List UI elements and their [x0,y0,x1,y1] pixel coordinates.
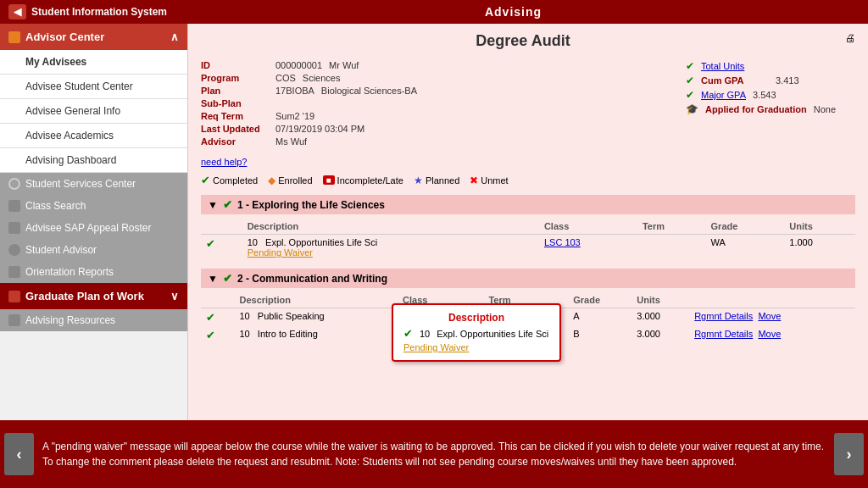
orientation-reports-icon [8,266,20,278]
incomplete-icon: ■ [323,175,335,185]
row-grade: WA [706,235,785,261]
legend-enrolled-label: Enrolled [278,175,312,186]
nav-prev-button[interactable]: ‹ [4,433,34,475]
s2-col-header-grade: Grade [568,292,632,308]
plan-name: Biological Sciences-BA [321,86,417,96]
section-2-title: 2 - Communication and Writing [237,273,387,285]
info-row-lastupdated: Last Updated 07/19/2019 03:04 PM [201,124,669,134]
legend-completed-label: Completed [213,175,258,186]
col-header-description [201,219,242,235]
section-2-header: ▼ ✔ 2 - Communication and Writing [201,269,855,288]
sidebar-item-graduate-plan[interactable]: Graduate Plan of Work ∨ [0,283,187,309]
orientation-reports-label: Orientation Reports [25,266,114,278]
class-link[interactable]: LSC 103 [544,237,581,247]
col-header-term: Term [637,219,706,235]
name-value: Mr Wuf [329,60,359,70]
notification-text: A "pending waiver" message will appear b… [42,439,826,469]
completed-icon: ✔ [201,174,210,186]
sidebar: Advisor Center ∧ My Advisees Advisee Stu… [0,24,188,420]
pending-waiver-link[interactable]: Pending Waiver [248,247,313,258]
plan-value: 17BIOBA [275,86,314,96]
sidebar-item-orientation-reports[interactable]: Orientation Reports [0,261,187,283]
rgmnt-details-link-1[interactable]: Rgmnt Details [694,311,753,321]
applied-grad-label: Applied for Graduation [705,104,807,114]
plan-label: Plan [201,86,269,96]
student-info-section: ID 000000001 Mr Wuf Program COS Sciences… [201,60,855,149]
info-row-cum-gpa: ✔ Cum GPA 3.413 [686,75,855,86]
sidebar-item-advising-dashboard[interactable]: Advising Dashboard [0,148,187,173]
col-header-grade: Grade [706,219,785,235]
top-bar: ◀ Student Information System Advising [0,0,868,24]
sidebar-item-advisee-student-center[interactable]: Advisee Student Center [0,75,187,99]
planned-icon: ★ [414,175,423,186]
program-name: Sciences [303,73,341,83]
program-value: COS [275,73,296,83]
main-layout: Advisor Center ∧ My Advisees Advisee Stu… [0,24,868,420]
row2-grade: A [568,308,632,327]
top-bar-left: ◀ Student Information System [8,4,167,19]
legend-completed: ✔ Completed [201,174,258,186]
subplan-label: Sub-Plan [201,98,269,108]
advisor-center-label: Advisor Center [25,30,104,43]
advisee-sap-label: Advisee SAP Appeal Roster [25,222,152,234]
info-row-advisor: Advisor Ms Wuf [201,136,669,147]
back-button[interactable]: ◀ [8,4,26,19]
system-name: Student Information System [31,6,167,18]
section-1-table: Description Class Term Grade Units ✔ 10 … [201,219,855,260]
sidebar-item-advisee-sap[interactable]: Advisee SAP Appeal Roster [0,217,187,239]
need-help-link[interactable]: need help? [201,157,247,167]
sidebar-item-advisee-general-info[interactable]: Advisee General Info [0,99,187,124]
section-2-collapse-icon[interactable]: ▼ [208,273,218,285]
reqterm-label: Req Term [201,111,269,121]
info-row-total-units: ✔ Total Units [686,60,855,72]
student-info-left: ID 000000001 Mr Wuf Program COS Sciences… [201,60,669,149]
page-title: Advising [167,5,860,19]
lastupdated-value: 07/19/2019 03:04 PM [275,124,364,134]
course-description: 10 Expl. Opportunities Life Sci [248,237,534,247]
applied-grad-icon: 🎓 [686,103,698,115]
s2-col-header-actions [689,292,855,308]
sidebar-item-student-advisor[interactable]: Student Advisor [0,239,187,261]
rgmnt-details-link-2[interactable]: Rgmnt Details [694,329,753,339]
row2-actions: Rgmnt Details Move [689,308,855,327]
move-link-2[interactable]: Move [758,329,781,339]
id-value: 000000001 [275,60,322,70]
cum-gpa-label: Cum GPA [701,75,769,86]
student-advisor-label: Student Advisor [25,244,97,256]
row2-status: ✔ [201,308,234,327]
section-1-collapse-icon[interactable]: ▼ [208,199,218,211]
legend: ✔ Completed ◆ Enrolled ■ Incomplete/Late… [201,174,855,186]
move-link-1[interactable]: Move [758,311,781,321]
class-search-label: Class Search [25,200,86,212]
tooltip-col2: Expl. Opportunities Life Sci [437,329,548,339]
id-label: ID [201,60,269,70]
section-1-header: ▼ ✔ 1 - Exploring the Life Sciences [201,195,855,214]
student-advisor-icon [8,244,20,256]
advisor-value: Ms Wuf [275,136,307,147]
sidebar-item-advising-resources[interactable]: Advising Resources [0,309,187,331]
sidebar-item-advisee-academics[interactable]: Advisee Academics [0,124,187,148]
nav-next-button[interactable]: › [834,433,864,475]
cum-gpa-value: 3.413 [776,75,799,86]
lastupdated-label: Last Updated [201,124,269,134]
col-header-units: Units [784,219,855,235]
row2-units: 3.000 [632,308,689,327]
printer-icon[interactable]: 🖨 [845,32,855,44]
row-class: LSC 103 [539,235,637,261]
legend-unmet: ✖ Unmet [470,175,508,186]
advisor-label: Advisor [201,136,269,147]
sidebar-section-advisor-center[interactable]: Advisor Center ∧ [0,24,187,50]
col-header-description2: Description [242,219,539,235]
sidebar-item-my-advisees[interactable]: My Advisees [0,50,187,75]
major-gpa-checkmark: ✔ [686,89,694,101]
advisor-center-icon [8,31,20,43]
graduate-plan-icon [8,291,20,302]
tooltip-col1: 10 [420,329,430,339]
total-units-label[interactable]: Total Units [701,61,744,71]
info-row-applied-grad: 🎓 Applied for Graduation None [686,103,855,115]
sidebar-item-services-center[interactable]: Student Services Center [0,173,187,195]
tooltip-pending-waiver[interactable]: Pending Waiver [403,341,549,353]
major-gpa-label[interactable]: Major GPA [701,90,746,100]
sidebar-item-class-search[interactable]: Class Search [0,195,187,217]
row3-description: 10 Intro to Editing [234,326,398,344]
